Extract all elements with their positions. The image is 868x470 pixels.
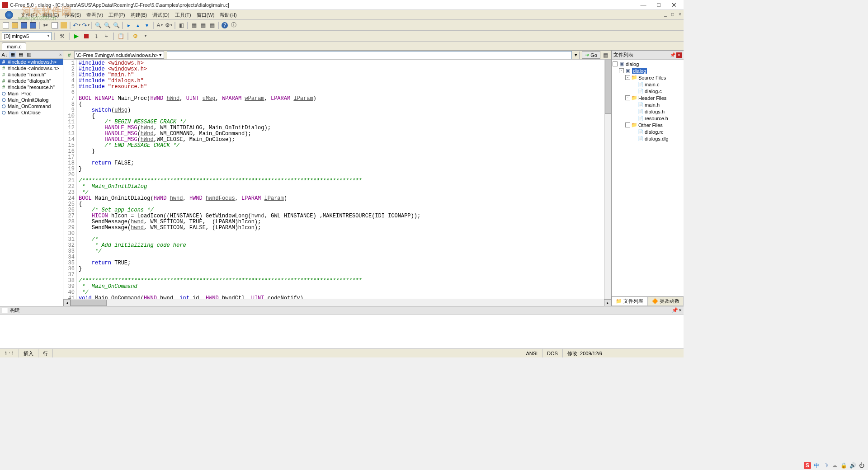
mdi-close-button[interactable]: × xyxy=(676,12,684,18)
symbol-item[interactable]: ⎔Main_Proc xyxy=(0,90,63,97)
tree-node[interactable]: 📄main.h xyxy=(613,101,683,108)
menu-s[interactable]: 搜索(S) xyxy=(62,10,84,20)
compile-dropdown-button[interactable]: A▾ xyxy=(156,21,164,29)
find-button[interactable]: 🔍 xyxy=(94,21,102,29)
maximize-button[interactable]: □ xyxy=(651,0,666,10)
build-output[interactable] xyxy=(0,315,684,348)
build-dropdown-button[interactable]: ⚙▾ xyxy=(165,21,173,29)
breakpoint-button[interactable]: 📋 xyxy=(117,32,125,40)
mdi-minimize-button[interactable]: _ xyxy=(662,12,669,18)
bookmark-button[interactable]: ▸ xyxy=(125,21,133,29)
tree-expand-icon[interactable]: - xyxy=(619,68,624,73)
options-dropdown[interactable]: ▾ xyxy=(141,32,149,40)
vertical-scrollbar[interactable] xyxy=(604,60,611,299)
symbol-list[interactable]: ##include <windows.h>##include <windowsx… xyxy=(0,59,63,306)
tree-node[interactable]: 📄dialog.rc xyxy=(613,128,683,135)
symbol-item[interactable]: ##include "main.h" xyxy=(0,71,63,78)
tree-expand-icon[interactable]: - xyxy=(613,61,618,66)
scrollbar-thumb[interactable] xyxy=(71,300,107,306)
symbol-sort-button[interactable]: A↓ xyxy=(1,52,8,58)
cut-button[interactable]: ✂ xyxy=(42,21,50,29)
symbol-item[interactable]: ##include "dialogs.h" xyxy=(0,78,63,84)
code-editor[interactable]: 1234567891011121314151617181920212223242… xyxy=(63,60,611,299)
new-file-button[interactable] xyxy=(2,21,10,29)
go-button[interactable]: ➔ Go xyxy=(582,51,600,59)
tool2-button[interactable]: ▦ xyxy=(199,21,207,29)
menu-b[interactable]: 构建(B) xyxy=(128,10,150,20)
run-button[interactable]: ▶ xyxy=(72,32,80,40)
tab-file-list[interactable]: 📁 文件列表 xyxy=(612,296,648,306)
minimize-button[interactable]: — xyxy=(636,0,651,10)
menu-w[interactable]: 窗口(W) xyxy=(194,10,217,20)
save-all-button[interactable] xyxy=(29,21,37,29)
menu-v[interactable]: 查看(V) xyxy=(84,10,106,20)
settings-button[interactable]: ⚙ xyxy=(131,32,139,40)
open-file-button[interactable] xyxy=(11,21,19,29)
project-tree[interactable]: -▣dialog-▣dialog-📁Source Files📄main.c📄di… xyxy=(612,60,684,296)
view-toggle-button[interactable]: ◧ xyxy=(177,21,185,29)
tree-node[interactable]: -📁Other Files xyxy=(613,122,683,128)
nav-path[interactable]: \C-Free 5\mingw\include\windows.h> ▾ xyxy=(74,51,164,59)
help-button[interactable]: ? xyxy=(221,21,229,29)
symbol-filter1-button[interactable]: ▦ xyxy=(9,52,16,58)
file-tab-mainc[interactable]: main.c xyxy=(2,42,26,50)
save-button[interactable] xyxy=(20,21,28,29)
tree-expand-icon[interactable]: - xyxy=(625,122,630,127)
nav-path-combo[interactable] xyxy=(167,51,572,59)
compiler-combo[interactable]: [D] mingw5 ▾ xyxy=(2,32,52,40)
tree-node[interactable]: -📁Header Files xyxy=(613,94,683,101)
panel-close-button[interactable]: × xyxy=(676,52,682,58)
copy-button[interactable] xyxy=(51,21,59,29)
menu-e[interactable]: 编辑(E) xyxy=(40,10,62,20)
paste-button[interactable] xyxy=(60,21,68,29)
tool3-button[interactable]: ▦ xyxy=(208,21,216,29)
tree-node[interactable]: -▣dialog xyxy=(613,67,683,74)
scrollbar-thumb[interactable] xyxy=(605,60,611,114)
symbol-item[interactable]: ##include "resource.h" xyxy=(0,84,63,90)
nav-tool-button[interactable]: ▦ xyxy=(601,51,609,59)
symbol-item[interactable]: ⎔Main_OnInitDialog xyxy=(0,97,63,103)
tree-node[interactable]: 📄resource.h xyxy=(613,115,683,122)
panel-close-button[interactable]: × xyxy=(679,307,682,313)
symbol-filter3-button[interactable]: ▥ xyxy=(25,52,33,58)
menu-p[interactable]: 工程(P) xyxy=(106,10,128,20)
tree-node[interactable]: 📄dialog.c xyxy=(613,88,683,94)
find-in-files-button[interactable]: 🔍 xyxy=(112,21,120,29)
pin-icon[interactable]: 📌 xyxy=(670,52,675,58)
menu-h[interactable]: 帮助(H) xyxy=(217,10,239,20)
horizontal-scrollbar[interactable]: ◂ ▸ xyxy=(63,299,611,306)
tree-expand-icon[interactable]: - xyxy=(625,95,630,100)
symbol-item[interactable]: ⎔Main_OnClose xyxy=(0,109,63,116)
symbol-item[interactable]: ##include <windows.h> xyxy=(0,59,63,65)
tree-node[interactable]: 📄dialogs.dlg xyxy=(613,135,683,142)
menu-t[interactable]: 工具(T) xyxy=(172,10,194,20)
scroll-left-arrow[interactable]: ◂ xyxy=(63,299,71,306)
source-code-area[interactable]: #include <windows.h>#include <windowsx.h… xyxy=(77,60,604,299)
mdi-restore-button[interactable]: □ xyxy=(669,12,676,18)
scroll-right-arrow[interactable]: ▸ xyxy=(604,299,611,306)
close-button[interactable]: ✕ xyxy=(666,0,682,10)
undo-button[interactable]: ↶▾ xyxy=(72,21,80,29)
next-bookmark-button[interactable]: ▾ xyxy=(143,21,151,29)
symbol-filter2-button[interactable]: ▤ xyxy=(17,52,24,58)
compile-button[interactable]: ⚒ xyxy=(58,32,66,40)
step-into-button[interactable]: ⤷ xyxy=(102,32,110,40)
stop-button[interactable] xyxy=(82,32,90,40)
menu-d[interactable]: 调试(D) xyxy=(150,10,172,20)
tree-node[interactable]: -▣dialog xyxy=(613,61,683,67)
tree-node[interactable]: 📄dialogs.h xyxy=(613,108,683,115)
step-over-button[interactable]: ⤵ xyxy=(92,32,100,40)
menu-f[interactable]: 文件(F) xyxy=(18,10,40,20)
tool1-button[interactable]: ▦ xyxy=(190,21,198,29)
tree-node[interactable]: 📄main.c xyxy=(613,81,683,88)
about-button[interactable]: ⓘ xyxy=(230,21,238,29)
tab-classes[interactable]: 🔶 类及函数 xyxy=(648,296,684,306)
symbol-item[interactable]: ⎔Main_OnCommand xyxy=(0,103,63,109)
tree-node[interactable]: -📁Source Files xyxy=(613,74,683,81)
prev-bookmark-button[interactable]: ▴ xyxy=(134,21,142,29)
redo-button[interactable]: ↷▾ xyxy=(81,21,90,29)
tree-expand-icon[interactable]: - xyxy=(625,75,630,80)
pin-icon[interactable]: 📌 xyxy=(672,307,678,313)
find-next-button[interactable]: 🔍 xyxy=(103,21,111,29)
symbol-item[interactable]: ##include <windowsx.h> xyxy=(0,65,63,71)
